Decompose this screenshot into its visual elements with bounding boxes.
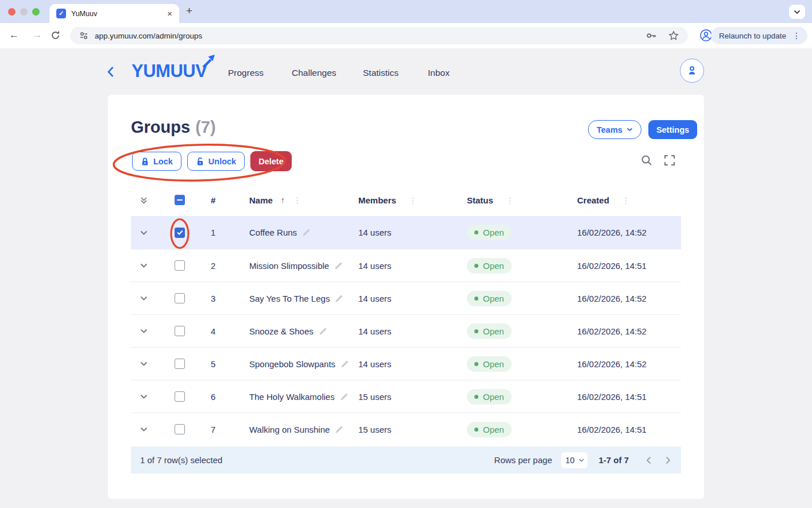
nav-item-progress[interactable]: Progress (228, 68, 264, 78)
column-header-status[interactable]: Status (467, 195, 493, 205)
reload-button[interactable] (51, 30, 60, 43)
delete-label: Delete (258, 157, 284, 166)
edit-icon[interactable] (302, 228, 311, 237)
row-checkbox[interactable] (175, 326, 185, 336)
column-header-num[interactable]: # (203, 195, 245, 205)
status-text: Open (483, 326, 504, 336)
expand-all-icon[interactable] (140, 197, 148, 204)
account-avatar-button[interactable] (680, 59, 704, 83)
nav-item-inbox[interactable]: Inbox (428, 68, 450, 78)
sort-ascending-icon[interactable]: ↑ (281, 195, 285, 205)
row-number: 1 (211, 228, 215, 237)
next-page-icon[interactable] (666, 456, 671, 464)
edit-icon[interactable] (319, 327, 327, 336)
tab-close-icon[interactable]: × (167, 9, 172, 18)
url-text: app.yumuuv.com/admin/groups (95, 32, 202, 40)
tab-favicon-icon: ✓ (56, 9, 66, 18)
bookmark-star-icon[interactable] (668, 30, 679, 41)
search-icon[interactable] (640, 154, 653, 167)
row-checkbox[interactable] (175, 228, 185, 238)
selection-summary: 1 of 7 row(s) selected (140, 455, 222, 465)
groups-panel: Groups(7) Teams Settings Lock Unlock (108, 95, 704, 499)
status-badge: Open (467, 356, 512, 372)
delete-button[interactable]: Delete (250, 151, 292, 171)
tab-search-chevron-button[interactable] (789, 5, 805, 19)
row-expand-chevron-icon[interactable] (140, 230, 148, 235)
edit-icon[interactable] (335, 425, 343, 434)
relaunch-label: Relaunch to update (719, 32, 786, 40)
table-row[interactable]: 4 Snooze & Shoes 14 users Open 16/02/202… (131, 314, 681, 347)
select-all-checkbox[interactable] (175, 195, 185, 205)
browser-tab[interactable]: ✓ YuMuuv × (49, 4, 179, 23)
page-title: Groups(7) (131, 118, 216, 137)
members-count: 15 users (358, 392, 392, 402)
app-back-button[interactable] (107, 66, 114, 80)
row-number: 6 (211, 392, 215, 402)
members-count: 14 users (358, 228, 392, 237)
table-row[interactable]: 1 Coffee Runs 14 users Open 16/02/2026, … (131, 216, 681, 249)
row-expand-chevron-icon[interactable] (140, 263, 148, 268)
status-badge: Open (467, 389, 512, 405)
row-checkbox[interactable] (175, 424, 185, 434)
column-menu-icon[interactable]: ⋮ (293, 195, 301, 205)
edit-icon[interactable] (341, 360, 349, 368)
nav-item-statistics[interactable]: Statistics (363, 68, 399, 78)
row-expand-chevron-icon[interactable] (140, 329, 148, 333)
status-dot-icon (474, 297, 478, 301)
row-checkbox[interactable] (175, 293, 185, 303)
row-expand-chevron-icon[interactable] (140, 394, 148, 399)
window-controls (8, 8, 40, 16)
fullscreen-icon[interactable] (664, 155, 675, 166)
table-row[interactable]: 5 Spongebob Slowpants 14 users Open 16/0… (131, 347, 681, 380)
browser-back-button[interactable]: ← (9, 29, 19, 41)
address-bar[interactable]: app.yumuuv.com/admin/groups (70, 27, 688, 44)
created-timestamp: 16/02/2026, 14:52 (577, 228, 647, 237)
table-row[interactable]: 3 Say Yes To The Legs 14 users Open 16/0… (131, 282, 681, 314)
lock-button[interactable]: Lock (132, 152, 181, 171)
column-header-name[interactable]: Name (249, 195, 273, 205)
password-key-icon[interactable] (645, 30, 657, 41)
created-timestamp: 16/02/2026, 14:52 (577, 359, 647, 369)
table-row[interactable]: 6 The Holy Walkamolies 15 users Open 16/… (131, 380, 681, 413)
column-menu-icon[interactable]: ⋮ (409, 196, 417, 205)
created-timestamp: 16/02/2026, 14:52 (577, 326, 647, 336)
column-menu-icon[interactable]: ⋮ (506, 196, 514, 205)
previous-page-icon[interactable] (646, 456, 651, 464)
row-expand-chevron-icon[interactable] (140, 296, 148, 301)
close-window-button[interactable] (8, 8, 16, 16)
column-header-created[interactable]: Created (577, 195, 609, 205)
site-settings-icon[interactable] (79, 31, 88, 40)
row-number: 7 (211, 425, 215, 434)
teams-dropdown-button[interactable]: Teams (588, 120, 641, 139)
yumuuv-logo[interactable]: YUMUUV (132, 61, 207, 82)
column-header-members[interactable]: Members (358, 195, 396, 205)
page-range: 1-7 of 7 (598, 455, 629, 465)
relaunch-to-update-button[interactable]: Relaunch to update ⋮ (711, 27, 807, 44)
status-dot-icon (474, 428, 478, 432)
logo-arrow-icon (201, 53, 216, 68)
row-expand-chevron-icon[interactable] (140, 361, 148, 366)
settings-button[interactable]: Settings (648, 120, 697, 139)
zoom-window-button[interactable] (32, 8, 40, 16)
rows-per-page-select[interactable]: 10 (561, 452, 587, 468)
row-expand-chevron-icon[interactable] (140, 427, 148, 432)
row-number: 2 (211, 261, 215, 271)
column-menu-icon[interactable]: ⋮ (622, 196, 630, 205)
browser-menu-icon[interactable]: ⋮ (792, 31, 801, 40)
row-checkbox[interactable] (175, 260, 185, 271)
nav-item-challenges[interactable]: Challenges (292, 68, 337, 78)
row-checkbox[interactable] (175, 359, 185, 369)
table-row[interactable]: 7 Walking on Sunshine 15 users Open 16/0… (131, 413, 681, 445)
row-checkbox[interactable] (175, 391, 185, 402)
status-dot-icon (474, 329, 478, 333)
unlock-button[interactable]: Unlock (187, 152, 245, 171)
table-row[interactable]: 2 Mission Slimpossible 14 users Open 16/… (131, 249, 681, 282)
edit-icon[interactable] (334, 261, 343, 270)
edit-icon[interactable] (340, 392, 349, 401)
chevron-down-icon (794, 10, 801, 14)
edit-icon[interactable] (335, 294, 343, 303)
new-tab-button[interactable]: + (186, 5, 192, 17)
rows-per-page-label: Rows per page (494, 455, 552, 465)
minimize-window-button[interactable] (20, 8, 28, 16)
members-count: 14 users (358, 261, 392, 271)
